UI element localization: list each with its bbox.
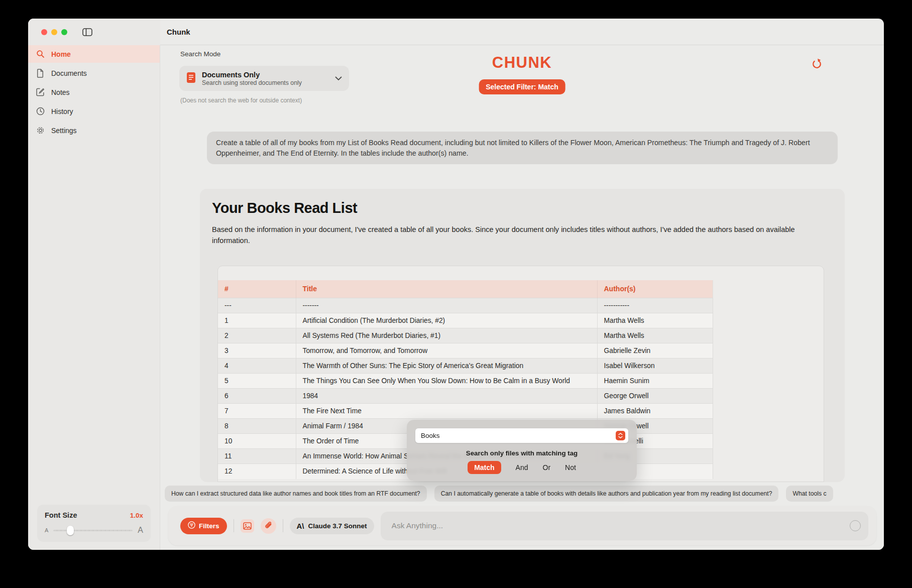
table-cell-title: Artificial Condition (The Murderbot Diar… (296, 313, 597, 328)
search-mode-selected: Documents Only (202, 71, 302, 79)
sidebar-toggle-icon[interactable] (82, 28, 92, 36)
filter-icon (188, 521, 195, 530)
sidebar-item-history[interactable]: History (28, 102, 160, 120)
sidebar: HomeDocumentsNotesHistorySettings Font S… (28, 45, 160, 550)
table-cell-num: --- (218, 298, 296, 313)
tag-select-value: Books (421, 432, 440, 439)
sidebar-item-label: Documents (51, 69, 87, 77)
composer-bar: Filters A\ Claude 3.7 Sonnet (168, 506, 876, 545)
response-intro: Based on the information in your documen… (212, 224, 831, 247)
clock-icon (36, 107, 45, 116)
font-size-max-label: A (138, 526, 143, 535)
tag-filter-option-and[interactable]: And (516, 463, 528, 472)
table-cell-num: 2 (218, 328, 296, 343)
image-icon (243, 522, 252, 530)
table-row: 7The Fire Next TimeJames Baldwin (218, 404, 713, 419)
main-area: Search Mode Documents Only Search using … (160, 45, 884, 550)
select-stepper-icon[interactable] (616, 431, 625, 440)
table-cell-title: All Systems Red (The Murderbot Diaries, … (296, 328, 597, 343)
table-header-row: #TitleAuthor(s) (218, 280, 713, 298)
table-cell-title: 1984 (296, 389, 597, 404)
tag-filter-option-not[interactable]: Not (565, 463, 576, 472)
slider-track[interactable] (53, 530, 133, 531)
search-mode-label: Search Mode (180, 50, 220, 58)
window-title: Chunk (167, 28, 190, 36)
document-icon (36, 69, 45, 78)
sidebar-item-label: Home (51, 50, 71, 58)
sidebar-item-documents[interactable]: Documents (28, 64, 160, 82)
tag-filter-popover: Books Search only files with matching ta… (407, 420, 637, 481)
titlebar-main-zone: Chunk (160, 19, 884, 45)
table-cell-num: 11 (218, 449, 296, 464)
ask-field-wrap (381, 512, 868, 540)
table-cell-author: ----------- (597, 298, 713, 313)
tag-filter-option-match[interactable]: Match (468, 461, 501, 474)
search-icon (36, 50, 45, 59)
tag-popover-label: Search only files with matching tag (407, 449, 637, 457)
table-cell-num: 4 (218, 359, 296, 374)
table-cell-title: The Things You Can See Only When You Slo… (296, 374, 597, 389)
attachment-button[interactable] (261, 518, 276, 534)
suggestion-chip[interactable]: Can I automatically generate a table of … (434, 486, 779, 502)
titlebar-sidebar-zone (28, 19, 160, 45)
send-button[interactable] (850, 520, 861, 531)
table-cell-num: 10 (218, 434, 296, 449)
font-size-value: 1.0x (130, 512, 143, 519)
tag-filter-option-or[interactable]: Or (543, 463, 551, 472)
table-header-cell: # (218, 280, 296, 298)
divider (234, 519, 234, 532)
table-header-cell: Author(s) (597, 280, 713, 298)
paperclip-icon (264, 522, 273, 530)
filters-button-label: Filters (199, 522, 219, 530)
search-mode-subtitle: Search using stored documents only (202, 79, 302, 86)
table-cell-num: 12 (218, 464, 296, 479)
suggestion-chip[interactable]: What tools c (786, 486, 833, 502)
font-size-label: Font Size (45, 511, 77, 519)
close-button[interactable] (41, 29, 47, 35)
image-attach-button[interactable] (241, 519, 254, 533)
table-cell-title: The Fire Next Time (296, 404, 597, 419)
suggestion-chips: How can I extract structured data like a… (165, 486, 884, 502)
font-size-card: Font Size 1.0x A A (37, 505, 151, 542)
table-cell-author: Gabrielle Zevin (597, 343, 713, 359)
font-size-slider[interactable] (53, 526, 133, 535)
sidebar-item-home[interactable]: Home (28, 45, 160, 63)
zoom-button[interactable] (61, 29, 67, 35)
table-cell-title: The Warmth of Other Suns: The Epic Story… (296, 359, 597, 374)
chevron-down-icon (335, 76, 342, 81)
table-cell-num: 6 (218, 389, 296, 404)
chunk-logo: CHUNK (492, 54, 552, 72)
traffic-lights (41, 29, 67, 35)
table-cell-num: 5 (218, 374, 296, 389)
font-size-min-label: A (45, 527, 48, 533)
tag-select[interactable]: Books (415, 428, 629, 443)
model-name: Claude 3.7 Sonnet (308, 522, 367, 530)
search-mode-caption: (Does not search the web for outside con… (180, 97, 302, 104)
table-cell-num: 1 (218, 313, 296, 328)
suggestion-chip[interactable]: How can I extract structured data like a… (165, 486, 427, 502)
sidebar-nav: HomeDocumentsNotesHistorySettings (28, 45, 160, 139)
table-row: 5The Things You Can See Only When You Sl… (218, 374, 713, 389)
selected-filter-badge[interactable]: Selected Filter: Match (479, 79, 565, 94)
table-row: 2All Systems Red (The Murderbot Diaries,… (218, 328, 713, 343)
sidebar-item-settings[interactable]: Settings (28, 122, 160, 139)
sidebar-item-notes[interactable]: Notes (28, 83, 160, 101)
filters-button[interactable]: Filters (180, 518, 227, 534)
refresh-icon[interactable] (811, 58, 823, 72)
titlebar: Chunk (28, 19, 884, 45)
app-window: Chunk HomeDocumentsNotesHistorySettings … (28, 19, 884, 550)
sidebar-item-label: Notes (51, 88, 70, 96)
ask-input[interactable] (381, 512, 868, 540)
minimize-button[interactable] (51, 29, 57, 35)
table-header-cell: Title (296, 280, 597, 298)
table-cell-author: Martha Wells (597, 313, 713, 328)
table-cell-num: 3 (218, 343, 296, 359)
search-mode-dropdown[interactable]: Documents Only Search using stored docum… (179, 66, 349, 91)
anthropic-logo-icon: A\ (297, 522, 304, 530)
sidebar-item-label: Settings (51, 127, 77, 135)
table-cell-num: 7 (218, 404, 296, 419)
table-cell-author: Isabel Wilkerson (597, 359, 713, 374)
response-title: Your Books Read List (212, 200, 833, 216)
model-selector[interactable]: A\ Claude 3.7 Sonnet (290, 518, 374, 534)
slider-knob[interactable] (67, 526, 74, 535)
